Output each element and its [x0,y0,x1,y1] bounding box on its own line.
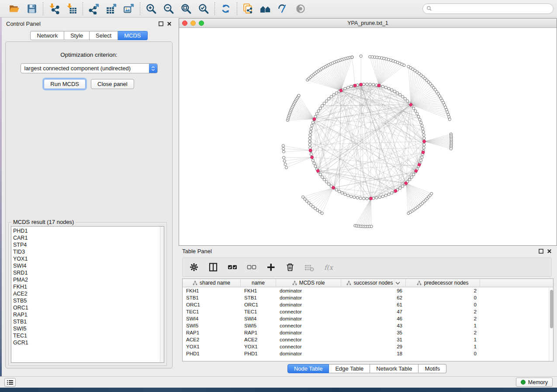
task-history-button[interactable] [4,378,16,387]
mcds-result-item[interactable]: RAP1 [13,311,162,318]
run-mcds-button[interactable]: Run MCDS [44,79,86,89]
table-row[interactable]: PHD1PHD1dominator180 [183,350,549,357]
table-cell: TEC1 [183,308,241,315]
mcds-result-item[interactable]: FKH1 [13,283,162,290]
tab-edge-table[interactable]: Edge Table [329,364,370,373]
function-builder-icon: f(x) [324,262,333,272]
network-canvas[interactable] [179,28,557,245]
column-header-predecessor-nodes[interactable]: predecessor nodes [406,279,480,287]
dropdown-stepper-icon [149,64,157,73]
table-row[interactable]: RAP1RAP1dominator352 [183,329,549,336]
table-cell: 62 [341,294,406,301]
network-window-titlebar[interactable]: YPA_prune.txt_1 [179,19,557,28]
search-box[interactable] [422,3,554,14]
mcds-result-item[interactable]: TID3 [13,248,162,255]
mcds-result-item[interactable]: STB5 [13,297,162,304]
function-builder-button: f(x) [323,262,334,272]
import-network-icon [48,3,60,14]
tab-style[interactable]: Style [64,31,90,40]
houses-button[interactable] [259,2,272,15]
svg-text:f(x): f(x) [324,264,333,272]
gear-button[interactable] [189,262,199,272]
search-input[interactable] [434,6,550,12]
table-cell: dominator [276,329,341,336]
open-folder-button[interactable] [8,2,21,15]
table-row[interactable]: STB1STB1dominator620 [183,294,549,301]
table-scrollbar[interactable] [549,287,553,361]
memory-button[interactable]: Memory [516,378,553,387]
status-bar: Memory [0,376,557,388]
export-table-icon [106,3,117,14]
table-row[interactable]: FKH1FKH1dominator962 [183,287,549,294]
unchecked-boxes-button[interactable] [246,262,257,272]
float-panel-icon[interactable] [159,21,163,26]
search-icon [426,6,432,11]
table-cell: ORC1 [183,301,241,308]
column-header-successor-nodes[interactable]: successor nodes [341,279,406,287]
tab-network-table[interactable]: Network Table [370,364,419,373]
mcds-result-item[interactable]: PHD1 [13,227,162,234]
refresh-icon [220,3,232,14]
zoom-in-button[interactable] [145,2,158,15]
mcds-result-item[interactable]: SWI5 [13,325,162,332]
mcds-result-item[interactable]: SWI4 [13,262,162,269]
eye-slash-button[interactable] [277,2,290,15]
delete-table-button [304,262,315,272]
tab-motifs[interactable]: Motifs [419,364,446,373]
export-network-button[interactable] [87,2,100,15]
import-network-button[interactable] [48,2,61,15]
node-table[interactable]: shared namename MCDS role successor node… [182,279,554,361]
mcds-result-item[interactable]: STB1 [13,318,162,325]
save-button[interactable] [25,2,38,15]
tab-node-table[interactable]: Node Table [287,364,329,373]
tab-select[interactable]: Select [90,31,118,40]
close-panel-icon[interactable] [167,21,172,26]
table-cell: 46 [341,315,406,322]
column-header-MCDS-role[interactable]: MCDS role [276,279,341,287]
mcds-result-list[interactable]: PHD1CAR1STP4TID3YOX1SWI4SRD1PMA2FKH1ACE2… [11,226,164,363]
add-column-button[interactable] [266,262,276,272]
mcds-result-item[interactable]: YOX1 [13,255,162,262]
close-panel-button[interactable]: Close panel [91,79,134,89]
mcds-result-item[interactable]: ORC1 [13,304,162,311]
checked-boxes-icon [228,262,237,272]
table-cell: 29 [341,343,406,350]
criterion-dropdown[interactable]: largest connected component (undirected) [21,63,158,73]
table-row[interactable]: SWI5SWI5connector431 [183,322,549,329]
mcds-result-item[interactable]: GCR1 [13,339,162,346]
zoom-fit-button[interactable] [180,2,193,15]
mcds-result-item[interactable]: PMA2 [13,276,162,283]
tab-mcds[interactable]: MCDS [118,31,147,40]
column-header-name[interactable]: name [241,279,276,287]
main-toolbar [0,0,557,17]
import-table-button[interactable] [65,2,78,15]
checked-boxes-button[interactable] [227,262,238,272]
zoom-selected-button[interactable] [197,2,210,15]
mcds-result-item[interactable]: ACE2 [13,290,162,297]
add-column-icon [266,262,276,272]
close-table-panel-icon[interactable] [547,249,552,254]
table-cell: 2 [406,315,480,322]
mcds-result-item[interactable]: SRD1 [13,269,162,276]
mcds-result-item[interactable]: STP4 [13,241,162,248]
export-image-button[interactable] [122,2,135,15]
split-columns-button[interactable] [208,262,218,272]
mcds-result-scrollbar[interactable] [160,227,164,362]
delete-column-button[interactable] [285,262,295,272]
table-row[interactable]: SWI4SWI4dominator462 [183,315,549,322]
zoom-out-button[interactable] [162,2,175,15]
mcds-result-item[interactable]: TEC1 [13,332,162,339]
tab-network[interactable]: Network [30,31,64,40]
export-table-button[interactable] [105,2,118,15]
table-row[interactable]: ORC1ORC1dominator610 [183,301,549,308]
float-table-panel-icon[interactable] [539,249,543,254]
clone-network-button[interactable] [242,2,255,15]
refresh-button[interactable] [219,2,232,15]
table-row[interactable]: TEC1TEC1connector472 [183,308,549,315]
eye-disabled-button[interactable] [294,2,307,15]
table-row[interactable]: YOX1YOX1connector291 [183,343,549,350]
column-header-shared-name[interactable]: shared name [183,279,241,287]
import-table-icon [66,3,77,14]
table-row[interactable]: ACE2ACE2connector311 [183,336,549,343]
mcds-result-item[interactable]: CAR1 [13,234,162,241]
